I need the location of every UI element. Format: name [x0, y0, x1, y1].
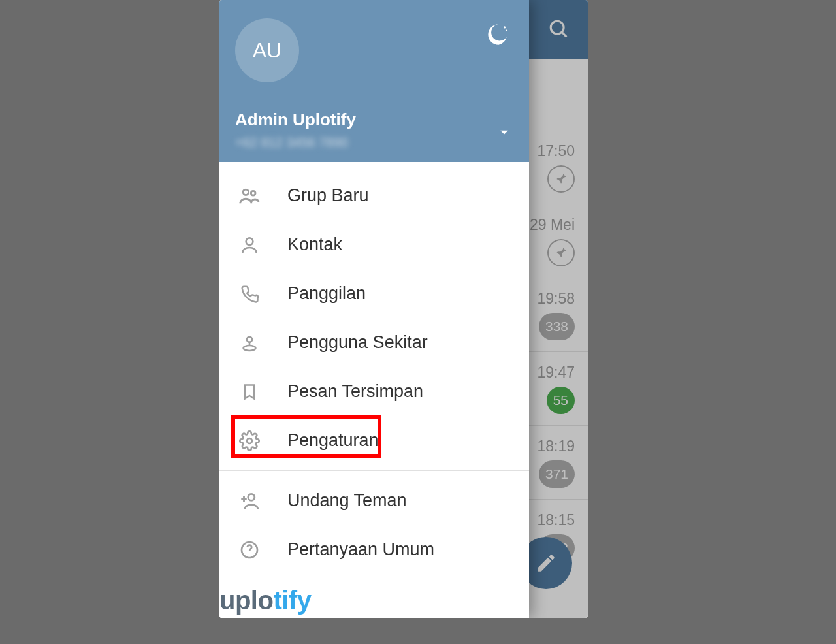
add-person-icon — [238, 489, 261, 513]
account-expand[interactable] — [495, 123, 513, 141]
svg-point-10 — [248, 494, 255, 500]
moon-icon — [486, 22, 511, 47]
nearby-icon — [238, 331, 261, 355]
svg-point-3 — [506, 30, 507, 31]
night-mode-toggle[interactable] — [486, 22, 511, 47]
menu-label: Undang Teman — [287, 491, 407, 511]
menu-label: Kontak — [287, 234, 342, 255]
person-icon — [238, 233, 261, 257]
drawer-header: AU Admin Uplotify +62 812 3456 7890 — [219, 0, 529, 162]
watermark-part2: tify — [273, 586, 311, 615]
svg-point-7 — [247, 336, 252, 342]
menu-label: Pesan Tersimpan — [287, 381, 423, 402]
svg-point-6 — [246, 238, 253, 245]
account-name: Admin Uplotify — [235, 110, 513, 130]
watermark-part1: uplo — [219, 586, 273, 615]
menu-item-settings[interactable]: Pengaturan — [219, 416, 529, 465]
svg-point-9 — [247, 438, 252, 443]
menu-divider — [219, 470, 529, 471]
menu-item-new-group[interactable]: Grup Baru — [219, 171, 529, 220]
svg-point-5 — [251, 191, 255, 195]
avatar-initials: AU — [253, 39, 281, 63]
menu-item-contacts[interactable]: Kontak — [219, 220, 529, 269]
group-icon — [238, 184, 261, 208]
menu-label: Pengaturan — [287, 430, 379, 451]
menu-item-nearby[interactable]: Pengguna Sekitar — [219, 318, 529, 367]
drawer-menu: Grup Baru Kontak Panggilan — [219, 162, 529, 618]
menu-item-faq[interactable]: Pertanyaan Umum — [219, 525, 529, 574]
phone-screen: 17:50 29 Mei 19:58 338 — [219, 0, 588, 618]
menu-item-invite-friends[interactable]: Undang Teman — [219, 476, 529, 525]
menu-label: Grup Baru — [287, 185, 369, 206]
svg-point-8 — [244, 346, 256, 351]
nav-drawer: AU Admin Uplotify +62 812 3456 7890 — [219, 0, 529, 618]
menu-label: Panggilan — [287, 283, 366, 304]
account-phone: +62 812 3456 7890 — [235, 135, 513, 150]
menu-item-saved-messages[interactable]: Pesan Tersimpan — [219, 367, 529, 416]
menu-label: Pertanyaan Umum — [287, 539, 434, 560]
svg-point-4 — [243, 189, 249, 195]
phone-icon — [238, 282, 261, 306]
bookmark-icon — [238, 380, 261, 404]
menu-item-calls[interactable]: Panggilan — [219, 269, 529, 318]
chevron-down-icon — [495, 123, 513, 141]
watermark: uplotify — [219, 586, 311, 615]
avatar[interactable]: AU — [235, 18, 299, 82]
svg-point-2 — [504, 26, 506, 28]
help-icon — [238, 538, 261, 562]
menu-label: Pengguna Sekitar — [287, 332, 428, 353]
gear-icon — [238, 429, 261, 453]
